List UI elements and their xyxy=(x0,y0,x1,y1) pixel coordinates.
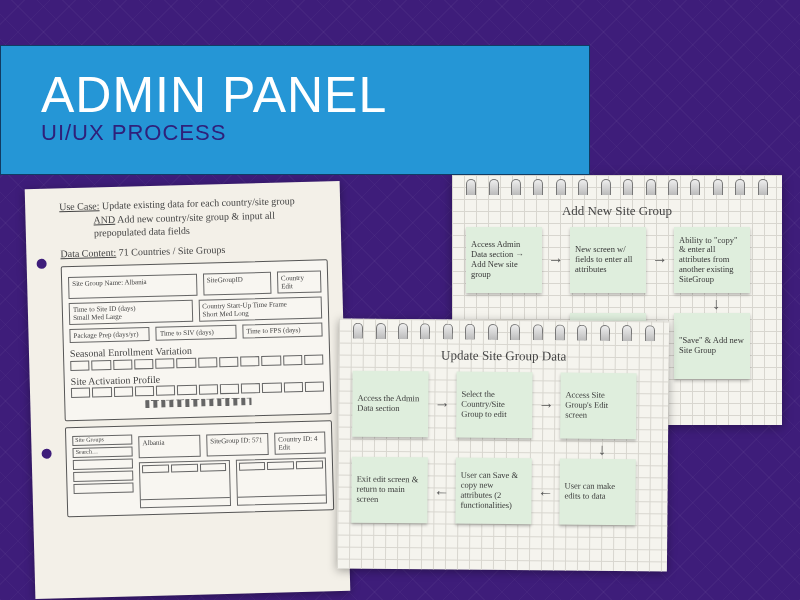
flow-update-site-group: Update Site Group Data Access the Admin … xyxy=(337,319,669,572)
arrow-icon: ↓ xyxy=(712,295,720,313)
wireframe-sketch: Use Case: Update existing data for each … xyxy=(25,181,351,599)
detail-cards xyxy=(139,457,327,508)
flow-step: User can Save & copy new attributes (2 f… xyxy=(455,458,532,525)
detail-edit: Edit xyxy=(278,443,321,452)
list-item xyxy=(73,482,133,494)
data-content-text: 71 Countries / Site Groups xyxy=(119,243,226,257)
wireframe-list-panel: Site Groups Search… Albania SiteGroup ID… xyxy=(65,420,334,517)
list-item xyxy=(73,470,133,482)
arrow-icon: → xyxy=(538,396,554,414)
flow-step: Access the Admin Data section xyxy=(352,371,429,438)
flow-title-update: Update Site Group Data xyxy=(353,347,655,366)
flow-step: Exit edit screen & return to main screen xyxy=(351,457,428,524)
flow-title-add: Add New Site Group xyxy=(466,203,768,219)
protocol-label: Package Prep (days/yr) xyxy=(69,327,150,343)
spiral-binding-icon xyxy=(462,179,772,195)
data-content-label: Data Content: xyxy=(60,246,116,258)
title-banner: ADMIN PANEL UI/UX PROCESS xyxy=(0,45,590,175)
field-name-label: Site Group Name: xyxy=(72,279,123,288)
wireframe-edit-panel: Site Group Name: Albania SiteGroupID Cou… xyxy=(61,259,332,421)
flow-step: Ability to "copy" & enter all attributes… xyxy=(674,227,750,293)
arrow-icon: → xyxy=(548,251,564,269)
arrow-icon: → xyxy=(652,251,668,269)
detail-sitegroupid: SiteGroup ID: 571 xyxy=(206,433,268,457)
detail-countryid: Country ID: 4 xyxy=(278,435,321,444)
arrow-icon: ↓ xyxy=(598,441,606,459)
fps-label: Time to FPS (days) xyxy=(242,322,323,338)
page-title: ADMIN PANEL xyxy=(41,66,549,124)
usecase-label: Use Case: xyxy=(59,200,100,212)
size-options: Small Med Large xyxy=(73,311,189,322)
flow-step: User can make edits to data xyxy=(559,458,636,525)
field-name-value: Albania xyxy=(124,278,146,287)
flow-step: New screen w/ fields to enter all attrib… xyxy=(570,227,646,293)
arrow-icon: → xyxy=(434,395,450,413)
detail-title: Albania xyxy=(138,435,200,459)
flow-step: Access Admin Data section → Add New site… xyxy=(466,227,542,293)
sidebar-search: Search… xyxy=(72,446,132,458)
list-item xyxy=(73,458,133,470)
sidebar-list: Site Groups Search… xyxy=(72,432,134,510)
arrow-icon: ← xyxy=(538,484,554,502)
and-label: AND xyxy=(93,213,115,225)
sidebar-header: Site Groups xyxy=(72,434,132,446)
flow-step: Select the Country/Site Group to edit xyxy=(456,372,533,439)
edit-label: Edit xyxy=(281,282,317,291)
flow-step: Access Site Group's Edit screen xyxy=(560,373,637,440)
arrow-icon: ← xyxy=(434,483,450,501)
spiral-binding-icon xyxy=(349,323,659,342)
flow-step: "Save" & Add new Site Group xyxy=(674,313,750,379)
field-sitegroupid: SiteGroupID xyxy=(203,272,272,296)
and-text: Add new country/site group & input all p… xyxy=(94,209,278,238)
siv-label: Time to SIV (days) xyxy=(156,325,237,341)
tear-line-icon xyxy=(65,395,330,410)
startup-options: Short Med Long xyxy=(202,308,318,319)
